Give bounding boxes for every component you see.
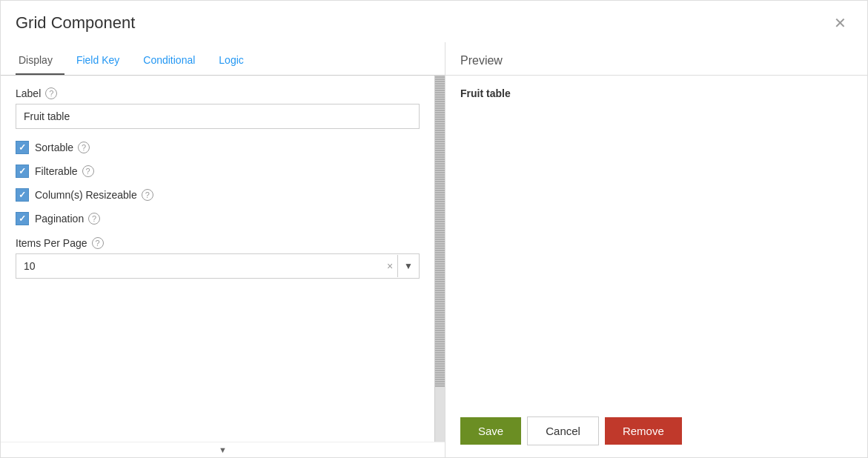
tab-field-key[interactable]: Field Key <box>64 48 131 75</box>
left-panel: Display Field Key Conditional Logic Labe… <box>1 42 445 457</box>
pagination-checkbox[interactable] <box>16 212 29 225</box>
pagination-checkbox-group: Pagination ? <box>16 212 420 225</box>
cancel-button[interactable]: Cancel <box>527 416 599 445</box>
items-per-page-group: Items Per Page ? × ▼ <box>16 237 420 279</box>
pagination-help-icon: ? <box>88 213 100 225</box>
tab-display[interactable]: Display <box>16 48 64 75</box>
columns-resizeable-checkbox-group: Column(s) Resizeable ? <box>16 188 420 202</box>
preview-header: Preview <box>445 42 867 76</box>
filterable-checkbox-group: Filterable ? <box>16 165 420 178</box>
right-panel: Preview Fruit table Save Cancel Remove <box>445 42 867 457</box>
action-buttons: Save Cancel Remove <box>445 405 867 457</box>
scroll-container: Label ? Sortable ? <box>1 76 445 442</box>
form-content: Label ? Sortable ? <box>1 76 434 442</box>
tabs: Display Field Key Conditional Logic <box>1 42 445 76</box>
filterable-checkbox[interactable] <box>16 165 29 178</box>
sortable-checkbox-group: Sortable ? <box>16 141 420 154</box>
label-help-icon: ? <box>45 87 57 99</box>
filterable-label: Filterable ? <box>35 165 94 177</box>
label-input[interactable] <box>16 104 420 129</box>
close-icon: ✕ <box>834 15 847 31</box>
columns-resizeable-help-icon: ? <box>142 189 153 201</box>
select-dropdown-icon[interactable]: ▼ <box>397 255 419 277</box>
items-per-page-select-wrapper: × ▼ <box>16 253 420 279</box>
save-button[interactable]: Save <box>460 417 521 445</box>
sortable-checkbox[interactable] <box>16 141 29 154</box>
items-per-page-label: Items Per Page ? <box>16 237 420 249</box>
tab-conditional[interactable]: Conditional <box>131 48 207 75</box>
sortable-label: Sortable ? <box>35 142 90 153</box>
label-group: Label ? <box>16 87 420 129</box>
scroll-bottom-arrow[interactable]: ▼ <box>1 442 445 457</box>
pagination-label: Pagination ? <box>35 213 100 225</box>
filterable-help-icon: ? <box>82 165 94 177</box>
columns-resizeable-checkbox[interactable] <box>16 188 29 202</box>
dialog-body: Display Field Key Conditional Logic Labe… <box>1 42 867 457</box>
label-field-label: Label ? <box>16 87 420 99</box>
remove-button[interactable]: Remove <box>605 417 682 445</box>
dialog-header: Grid Component ✕ <box>1 1 867 42</box>
select-clear-icon[interactable]: × <box>382 254 397 278</box>
preview-content: Fruit table <box>445 76 867 405</box>
preview-content-label: Fruit table <box>460 87 511 99</box>
items-per-page-input[interactable] <box>16 254 382 278</box>
scrollbar-track[interactable] <box>434 76 445 442</box>
sortable-help-icon: ? <box>78 142 90 153</box>
scrollbar-thumb[interactable] <box>435 76 445 387</box>
scroll-down-icon: ▼ <box>219 445 227 454</box>
close-button[interactable]: ✕ <box>828 11 852 35</box>
dialog: Grid Component ✕ Display Field Key Condi… <box>0 0 868 458</box>
items-per-page-help-icon: ? <box>92 237 104 249</box>
columns-resizeable-label: Column(s) Resizeable ? <box>35 189 153 201</box>
tab-logic[interactable]: Logic <box>207 48 255 75</box>
dialog-title: Grid Component <box>16 13 135 33</box>
